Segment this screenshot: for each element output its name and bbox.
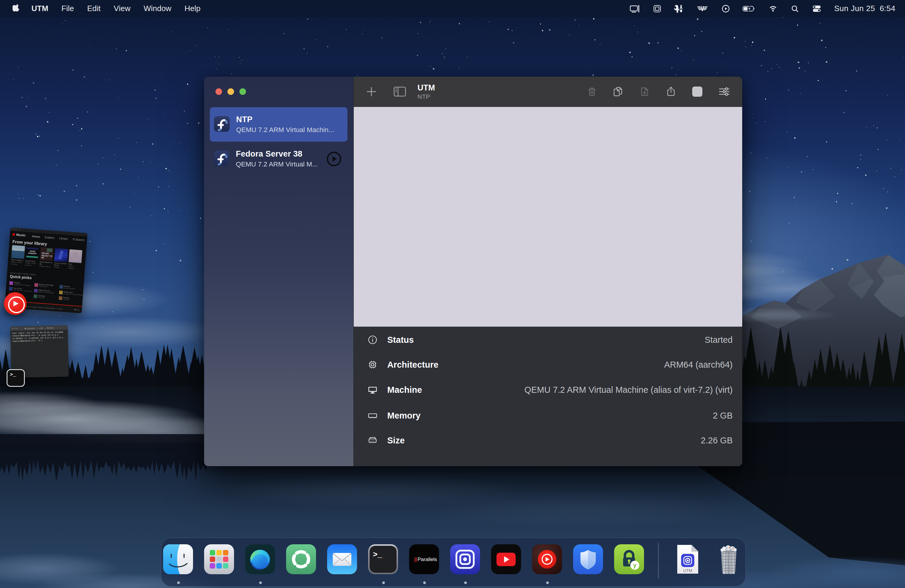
svg-text:Parallels: Parallels	[418, 556, 437, 562]
svg-text:>_: >_	[373, 550, 383, 559]
svg-text:||: ||	[414, 557, 417, 562]
svg-text:UTM: UTM	[683, 568, 692, 573]
svg-text:y: y	[633, 562, 637, 569]
